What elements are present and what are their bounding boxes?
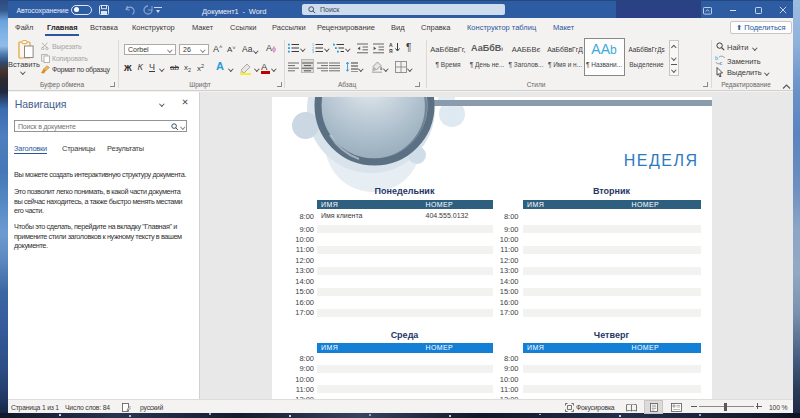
- svg-text:3: 3: [312, 50, 314, 53]
- svg-text:b: b: [715, 55, 718, 61]
- svg-text:c: c: [720, 60, 723, 66]
- svg-text:Я: Я: [389, 48, 393, 53]
